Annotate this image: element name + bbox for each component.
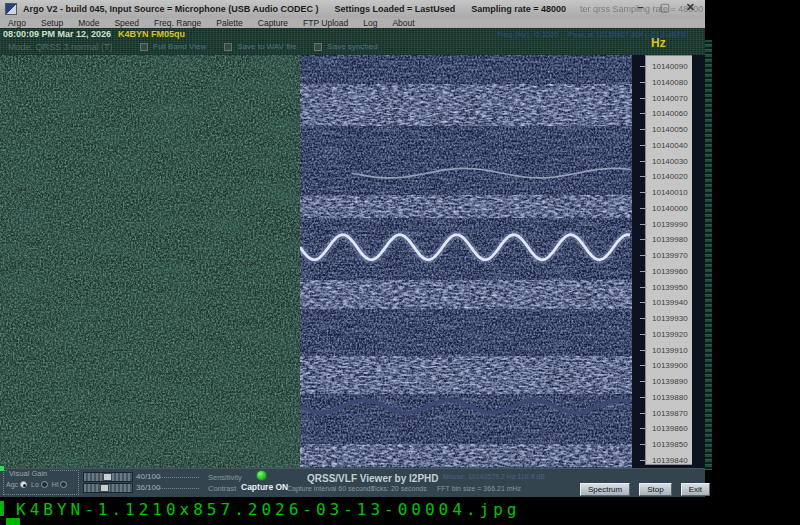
radio-icon[interactable]	[20, 481, 27, 488]
freq-scale-label: 10139980	[652, 235, 688, 245]
sensitivity-slider[interactable]	[83, 472, 133, 482]
app-icon	[5, 3, 17, 15]
visual-gain-options: AgcLoHi	[6, 481, 67, 488]
visual-gain-label: Visual Gain	[7, 469, 49, 478]
menu-item-freq-range[interactable]: Freq. Range	[154, 18, 201, 28]
mode-checkboxes: Full Band ViewSave to WAV fileSave synch…	[140, 42, 378, 51]
freq-scale-panel: 1014009010140080101400701014006010140050…	[645, 55, 692, 465]
freq-scale-label: 10140060	[652, 109, 688, 119]
freq-scale-label: 10139840	[652, 456, 688, 466]
ticks-info: Ticks: 20 seconds	[371, 485, 427, 492]
freq-scale-label: 10140080	[652, 78, 688, 88]
menu-item-log[interactable]: Log	[363, 18, 377, 28]
freq-scale-label: 10139880	[652, 393, 688, 403]
freq-scale-label: 10139970	[652, 251, 688, 261]
radio-hi[interactable]: Hi	[52, 481, 68, 488]
freq-scale-label: 10139860	[652, 424, 688, 434]
freq-scale-label: 10139850	[652, 440, 688, 450]
freq-readout: Freq (Hz): -0.3000	[497, 30, 558, 39]
window-edge-noise	[705, 40, 712, 470]
window-title: Argo V2 - build 045, Input Source = Micr…	[23, 4, 318, 14]
radio-label: Hi	[52, 481, 59, 488]
terminal-artifact	[0, 466, 4, 471]
menu-item-ftp-upload[interactable]: FTP Upload	[303, 18, 348, 28]
freq-scale-label: 10139910	[652, 346, 688, 356]
fft-bin-info: FFT bin size = 366.21 mHz	[437, 485, 521, 492]
freq-scale-label: 10139890	[652, 377, 688, 387]
waterfall-display[interactable]	[0, 55, 632, 468]
checkbox-save-synched[interactable]: Save synched	[314, 42, 377, 51]
freq-scale-label: 10140020	[652, 172, 688, 182]
spectrum-button[interactable]: Spectrum	[580, 483, 630, 496]
menu-item-capture[interactable]: Capture	[258, 18, 288, 28]
freq-scale-label: 10140040	[652, 141, 688, 151]
focus-dotted-line	[155, 488, 199, 489]
checkbox-icon[interactable]	[314, 43, 322, 51]
freq-scale-label: 10139930	[652, 314, 688, 324]
freq-scale-label: 10140030	[652, 157, 688, 167]
argo-window: Argo V2 - build 045, Input Source = Micr…	[0, 0, 705, 497]
freq-scale-label: 10140070	[652, 94, 688, 104]
mouse-readout: Mouse: 10140575.2 Hz 116.9 dB	[443, 473, 545, 480]
radio-icon[interactable]	[41, 481, 48, 488]
freq-scale-label: 10140090	[652, 62, 688, 72]
radio-icon[interactable]	[60, 481, 67, 488]
bottom-control-bar: Visual Gain AgcLoHi 40/100 Sensitivity 3…	[0, 468, 705, 497]
visual-gain-group: Visual Gain AgcLoHi	[3, 470, 79, 495]
menu-item-setup[interactable]: Setup	[41, 18, 63, 28]
title-bar[interactable]: Argo V2 - build 045, Input Source = Micr…	[0, 0, 705, 18]
sampling-rate: Sampling rate = 48000	[471, 4, 566, 14]
exit-button[interactable]: Exit	[681, 483, 710, 496]
freq-scale-label: 10139950	[652, 283, 688, 293]
radio-label: Agc	[6, 481, 18, 488]
focus-dotted-line	[155, 477, 199, 478]
freq-scale-label: 10139960	[652, 267, 688, 277]
stop-button[interactable]: Stop	[639, 483, 671, 496]
capture-filename-text: K4BYN-1.1210x857.2026-03-13-00004.jpg	[16, 500, 520, 519]
capture-status: Capture ON	[241, 482, 288, 492]
checkbox-full-band-view[interactable]: Full Band View	[140, 42, 206, 51]
bottom-buttons: SpectrumStopExit	[580, 483, 710, 496]
checkbox-label: Full Band View	[153, 42, 206, 51]
mode-row: Mode: QRSS 3 normal (T) Full Band ViewSa…	[0, 39, 705, 55]
freq-scale-label: 10139920	[652, 330, 688, 340]
hz-unit-label: Hz	[651, 36, 666, 50]
sensitivity-slider-thumb[interactable]	[103, 473, 112, 481]
freq-scale-label: 10140050	[652, 125, 688, 135]
close-icon[interactable]: ✕	[686, 1, 695, 14]
capture-interval: Capture interval 60 seconds	[287, 485, 374, 492]
minimize-icon[interactable]: –	[637, 1, 643, 14]
contrast-slider[interactable]	[83, 483, 133, 493]
menu-item-argo[interactable]: Argo	[8, 18, 26, 28]
menu-item-palette[interactable]: Palette	[216, 18, 242, 28]
clock-readout: 08:00:09 PM Mar 12, 2026	[3, 29, 111, 39]
checkbox-label: Save synched	[327, 42, 377, 51]
mode-label: Mode: QRSS 3 normal (T)	[8, 42, 113, 52]
checkbox-icon[interactable]	[224, 43, 232, 51]
desktop-background: Argo V2 - build 045, Input Source = Micr…	[0, 0, 800, 525]
menu-item-speed[interactable]: Speed	[114, 18, 139, 28]
terminal-cursor	[6, 518, 20, 525]
checkbox-save-to-wav-file[interactable]: Save to WAV file	[224, 42, 296, 51]
contrast-label: Contrast	[208, 484, 236, 493]
radio-lo[interactable]: Lo	[31, 481, 48, 488]
peak-readout: Peak at 10139967.804 (-63.8 dBFS)	[568, 30, 689, 39]
maximize-icon[interactable]: ▢	[659, 1, 669, 14]
app-brand: QRSS/VLF Viewer by I2PHD	[307, 473, 439, 484]
checkbox-icon[interactable]	[140, 43, 148, 51]
contrast-slider-thumb[interactable]	[100, 484, 109, 492]
freq-scale-label: 10140010	[652, 188, 688, 198]
menu-item-about[interactable]: About	[392, 18, 414, 28]
menu-bar: ArgoSetupModeSpeedFreq. RangePaletteCapt…	[0, 18, 705, 28]
terminal-artifact	[0, 501, 4, 516]
waterfall-area: 1014009010140080101400701014006010140050…	[0, 55, 705, 468]
radio-agc[interactable]: Agc	[6, 481, 27, 488]
settings-status: Settings Loaded = LastUsed	[334, 4, 455, 14]
capture-led-icon	[257, 471, 266, 480]
status-row: 08:00:09 PM Mar 12, 2026 K4BYN FM05qu Fr…	[0, 28, 705, 39]
menu-item-mode[interactable]: Mode	[78, 18, 99, 28]
freq-scale-label: 10139900	[652, 361, 688, 371]
freq-scale-label: 10139940	[652, 298, 688, 308]
radio-label: Lo	[31, 481, 39, 488]
station-callsign: K4BYN FM05qu	[118, 29, 185, 39]
